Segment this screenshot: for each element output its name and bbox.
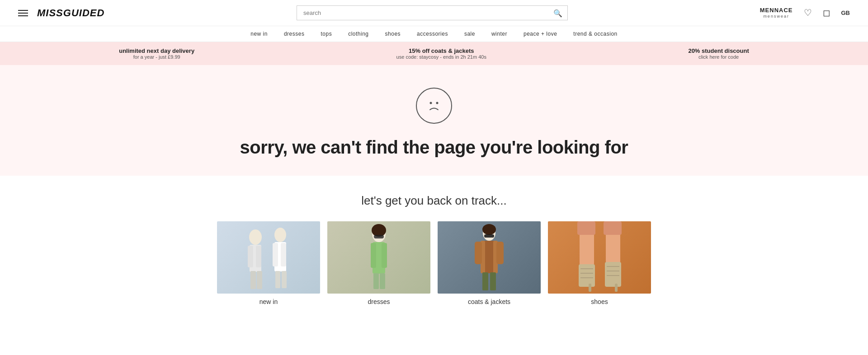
promo-banner: unlimited next day delivery for a year -…: [0, 42, 868, 65]
promo-coats-sub: use code: staycosy - ends in 2h 21m 40s: [396, 54, 486, 60]
nav-item-winter[interactable]: winter: [491, 31, 507, 37]
svg-rect-20: [380, 273, 385, 289]
svg-rect-45: [604, 221, 622, 235]
search-container: 🔍: [297, 5, 568, 20]
svg-rect-11: [281, 243, 286, 266]
nav-item-tops[interactable]: tops: [321, 31, 332, 37]
svg-rect-43: [615, 284, 618, 292]
nav-item-new-in[interactable]: new in: [250, 31, 268, 37]
search-input[interactable]: [297, 5, 568, 20]
bag-icon[interactable]: ◻: [823, 7, 830, 18]
category-dresses-label: dresses: [368, 298, 390, 305]
svg-rect-5: [256, 246, 261, 267]
nav-item-sale[interactable]: sale: [464, 31, 475, 37]
svg-point-1: [436, 102, 439, 104]
promo-delivery-title: unlimited next day delivery: [119, 47, 194, 54]
promo-delivery-sub: for a year - just £9.99: [119, 54, 194, 60]
svg-rect-29: [482, 272, 488, 290]
svg-point-2: [249, 229, 262, 245]
svg-rect-13: [282, 271, 287, 288]
svg-rect-6: [250, 271, 256, 289]
promo-delivery[interactable]: unlimited next day delivery for a year -…: [119, 47, 194, 60]
svg-rect-31: [484, 234, 494, 238]
sad-face-svg: [423, 95, 445, 117]
svg-rect-7: [257, 271, 262, 289]
promo-coats[interactable]: 15% off coats & jackets use code: stayco…: [396, 47, 486, 60]
category-shoes[interactable]: shoes: [548, 221, 651, 305]
mennace-logo[interactable]: MENNACE menswear: [760, 7, 793, 19]
category-new-in-label: new in: [259, 298, 278, 305]
svg-rect-4: [248, 246, 253, 267]
mennace-subtitle: menswear: [760, 14, 793, 19]
promo-student[interactable]: 20% student discount click here for code: [688, 47, 749, 60]
svg-rect-37: [589, 284, 591, 292]
svg-point-15: [372, 224, 386, 237]
categories-grid: new in dresses: [217, 221, 651, 305]
promo-coats-title: 15% off coats & jackets: [396, 47, 486, 54]
mennace-title: MENNACE: [760, 7, 793, 14]
nav-item-accessories[interactable]: accessories: [417, 31, 448, 37]
promo-student-title: 20% student discount: [688, 47, 749, 54]
track-title: let's get you back on track...: [361, 194, 506, 208]
svg-rect-17: [371, 243, 376, 268]
svg-rect-27: [475, 242, 482, 264]
wishlist-icon[interactable]: ♡: [804, 7, 812, 18]
svg-rect-44: [577, 221, 595, 235]
site-logo[interactable]: MISSGUIDED: [37, 7, 104, 19]
site-header: MISSGUIDED 🔍 MENNACE menswear ♡ ◻ GB: [0, 0, 868, 26]
svg-rect-10: [273, 243, 278, 266]
main-nav: new in dresses tops clothing shoes acces…: [0, 26, 868, 42]
category-dresses-image: [327, 221, 430, 294]
category-new-in-image: [217, 221, 320, 294]
svg-rect-39: [605, 262, 621, 287]
category-coats-label: coats & jackets: [468, 298, 510, 305]
error-section: sorry, we can't find the page you're loo…: [0, 65, 868, 176]
category-shoes-image: [548, 221, 651, 294]
promo-student-sub: click here for code: [688, 54, 749, 60]
svg-point-8: [274, 228, 286, 242]
hamburger-menu-icon[interactable]: [18, 10, 28, 16]
category-dresses[interactable]: dresses: [327, 221, 430, 305]
category-shoes-label: shoes: [591, 298, 608, 305]
search-icon[interactable]: 🔍: [553, 9, 562, 17]
svg-rect-21: [374, 235, 384, 238]
nav-item-dresses[interactable]: dresses: [284, 31, 305, 37]
svg-rect-33: [579, 264, 595, 287]
svg-point-23: [482, 224, 496, 235]
error-message: sorry, we can't find the page you're loo…: [240, 137, 628, 158]
nav-item-shoes[interactable]: shoes: [385, 31, 401, 37]
header-left: MISSGUIDED: [18, 7, 104, 19]
sad-face-icon: [416, 88, 452, 124]
svg-rect-12: [275, 271, 280, 288]
country-selector[interactable]: GB: [841, 9, 850, 16]
nav-item-clothing[interactable]: clothing: [348, 31, 368, 37]
category-new-in[interactable]: new in: [217, 221, 320, 305]
nav-item-peace-love[interactable]: peace + love: [524, 31, 557, 37]
category-coats-image: [438, 221, 541, 294]
nav-item-trend-occasion[interactable]: trend & occasion: [573, 31, 617, 37]
track-section: let's get you back on track...: [0, 176, 868, 332]
header-right: MENNACE menswear ♡ ◻ GB: [760, 7, 850, 19]
svg-rect-30: [490, 272, 496, 290]
category-coats[interactable]: coats & jackets: [438, 221, 541, 305]
svg-rect-28: [496, 242, 504, 264]
svg-rect-18: [382, 243, 387, 268]
svg-point-0: [430, 102, 432, 104]
svg-rect-19: [373, 273, 379, 289]
